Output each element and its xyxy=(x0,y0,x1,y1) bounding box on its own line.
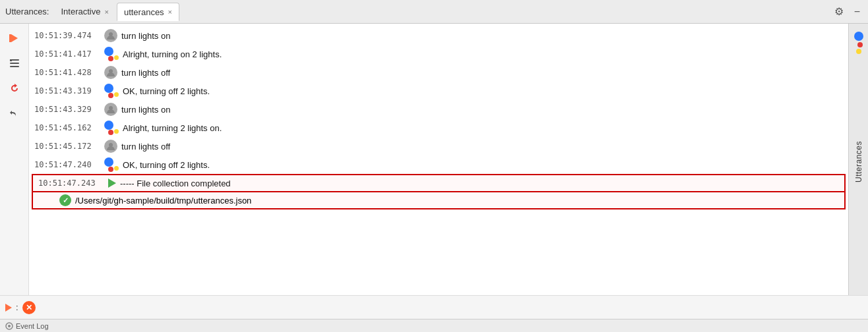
play-triangle-icon xyxy=(108,179,116,188)
dot-yellow xyxy=(114,166,119,171)
message-text: Alright, turning 2 lights on. xyxy=(123,123,840,133)
tab-utterances-close[interactable]: × xyxy=(168,8,172,16)
message-text: turn lights off xyxy=(121,68,840,78)
log-row: 10:51:39.474 turn lights on xyxy=(29,26,848,45)
dot-cluster xyxy=(104,157,119,172)
message-text: turn lights off xyxy=(121,142,840,152)
svg-rect-5 xyxy=(10,59,12,61)
message-text: turn lights on xyxy=(121,105,840,115)
dot-red xyxy=(108,167,113,172)
error-symbol: ✕ xyxy=(26,303,32,312)
error-badge: ✕ xyxy=(22,301,36,314)
timestamp: 10:51:39.474 xyxy=(34,31,100,40)
user-avatar xyxy=(104,140,117,153)
event-log-label xyxy=(5,321,16,330)
timestamp: 10:51:43.319 xyxy=(34,86,100,96)
timestamp: 10:51:43.329 xyxy=(34,105,100,114)
refresh-sidebar-icon[interactable] xyxy=(5,79,24,97)
gear-button[interactable]: ⚙ xyxy=(832,4,846,19)
dot-blue xyxy=(104,157,113,167)
message-text: OK, turning off 2 lights. xyxy=(123,86,840,96)
timestamp: 10:51:45.172 xyxy=(34,142,100,151)
dot-blue xyxy=(104,47,113,56)
filepath-row: ✓ /Users/git/gh-sample/build/tmp/utteran… xyxy=(32,192,846,209)
timestamp: 10:51:45.162 xyxy=(34,123,100,132)
svg-rect-4 xyxy=(10,66,19,67)
filepath-text: /Users/git/gh-sample/build/tmp/utterance… xyxy=(75,196,836,206)
minimize-button[interactable]: − xyxy=(852,5,863,19)
main-area: 10:51:39.474 turn lights on 10:51:41.417… xyxy=(0,24,868,295)
right-sidebar: Utterances xyxy=(848,24,868,295)
timestamp: 10:51:41.417 xyxy=(34,49,100,59)
timestamp: 10:51:47.240 xyxy=(34,160,100,169)
left-sidebar xyxy=(0,24,29,295)
dot-red xyxy=(108,130,113,135)
tab-interactive-label: Interactive xyxy=(61,7,100,16)
right-sidebar-dots xyxy=(854,32,863,54)
log-row: 10:51:45.172 turn lights off xyxy=(29,137,848,155)
bottom-row: : ✕ xyxy=(0,295,868,319)
user-avatar xyxy=(104,66,117,79)
log-row: 10:51:41.428 turn lights off xyxy=(29,63,848,82)
status-bar-text: Event Log xyxy=(16,322,49,330)
assistant-avatar xyxy=(104,121,119,135)
tab-utterances[interactable]: utterances × xyxy=(117,3,179,21)
dot-red xyxy=(108,56,113,61)
dot-blue xyxy=(104,121,113,130)
tab-bar-label: Utterances: xyxy=(5,7,49,16)
log-row: 10:51:43.329 turn lights on xyxy=(29,100,848,119)
dot-yellow xyxy=(114,55,119,60)
dot-yellow-icon xyxy=(856,49,861,54)
log-content[interactable]: 10:51:39.474 turn lights on 10:51:41.417… xyxy=(29,24,848,295)
dot-blue-icon xyxy=(854,32,863,41)
svg-rect-3 xyxy=(10,63,19,64)
tab-actions: ⚙ − xyxy=(832,4,863,19)
tab-bar: Utterances: Interactive × utterances × ⚙… xyxy=(0,0,868,24)
play-sidebar-icon[interactable] xyxy=(5,29,24,47)
status-bar: Event Log xyxy=(0,319,868,332)
log-row: 10:51:47.240 OK, turning off 2 lights. xyxy=(29,155,848,174)
user-avatar xyxy=(104,103,117,116)
log-row: 10:51:41.417 Alright, turning on 2 light… xyxy=(29,45,848,63)
assistant-avatar xyxy=(104,84,119,98)
undo-sidebar-icon[interactable] xyxy=(5,104,24,123)
dot-yellow xyxy=(114,92,119,97)
log-row-highlighted: 10:51:47.243 ----- File collection compl… xyxy=(32,174,846,192)
dot-red xyxy=(108,93,113,98)
assistant-avatar xyxy=(104,47,119,61)
message-text: ----- File collection completed xyxy=(120,179,836,188)
tab-interactive-close[interactable]: × xyxy=(104,8,108,16)
message-text: Alright, turning on 2 lights. xyxy=(123,49,840,59)
log-row: 10:51:43.319 OK, turning off 2 lights. xyxy=(29,82,848,100)
log-row: 10:51:45.162 Alright, turning 2 lights o… xyxy=(29,119,848,137)
svg-point-11 xyxy=(8,325,11,327)
svg-marker-0 xyxy=(11,34,18,42)
dot-red-icon xyxy=(857,42,863,47)
colon-text: : xyxy=(16,302,18,312)
tab-interactive[interactable]: Interactive × xyxy=(54,3,115,21)
list-sidebar-icon[interactable] xyxy=(5,54,24,72)
dot-cluster xyxy=(104,121,119,135)
timestamp: 10:51:41.428 xyxy=(34,68,100,77)
dot-yellow xyxy=(114,129,119,134)
message-text: turn lights on xyxy=(121,31,840,41)
play-orange-icon xyxy=(5,304,12,312)
user-avatar xyxy=(104,29,117,42)
assistant-avatar xyxy=(104,157,119,172)
dot-cluster xyxy=(104,84,119,98)
tab-utterances-label: utterances xyxy=(124,7,164,17)
svg-rect-1 xyxy=(9,34,11,42)
right-sidebar-label: Utterances xyxy=(854,141,863,182)
message-text: OK, turning off 2 lights. xyxy=(123,160,840,170)
dot-blue xyxy=(104,84,113,93)
green-check-icon: ✓ xyxy=(59,194,71,206)
dot-cluster xyxy=(104,47,119,61)
timestamp: 10:51:47.243 xyxy=(38,179,104,188)
